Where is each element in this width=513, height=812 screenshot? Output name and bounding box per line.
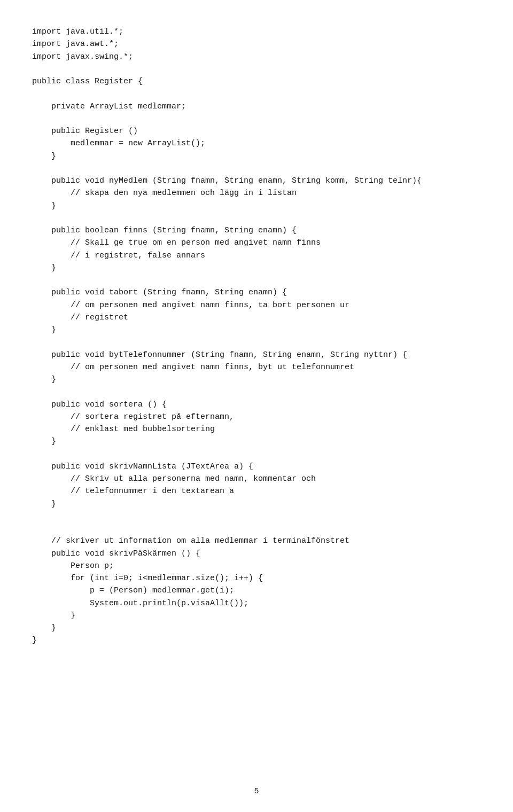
page-footer: 5 — [0, 776, 513, 812]
page-content: import java.util.*; import java.awt.*; i… — [0, 0, 513, 776]
code-display: import java.util.*; import java.awt.*; i… — [32, 26, 481, 647]
page-number: 5 — [254, 787, 259, 796]
